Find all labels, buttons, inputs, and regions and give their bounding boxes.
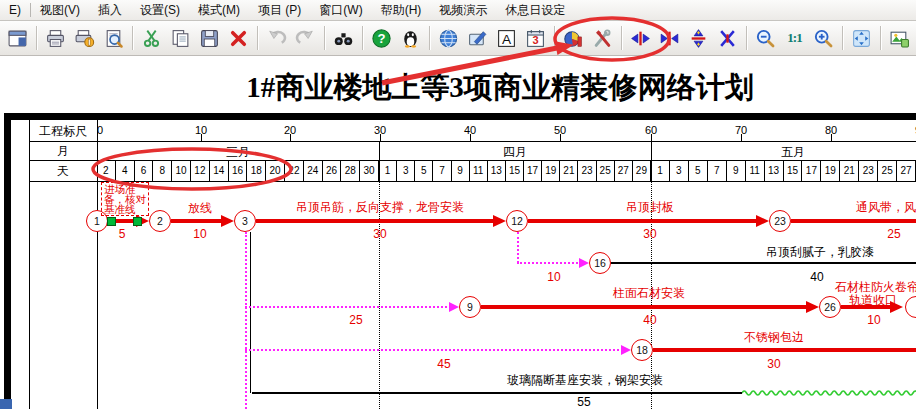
dummy-arrow[interactable] <box>245 306 451 308</box>
dummy-arrowhead <box>579 258 589 268</box>
text-label-icon[interactable]: A <box>493 25 520 52</box>
progress-mark <box>133 217 142 226</box>
activity-label: 柱面石材安装 <box>613 285 685 302</box>
dummy-arrow[interactable] <box>245 349 623 351</box>
scroll-corner <box>0 399 12 409</box>
hspace-compress-icon[interactable] <box>656 25 683 52</box>
cut-icon[interactable] <box>138 25 165 52</box>
toolbar-separator <box>746 26 747 50</box>
activity-line[interactable] <box>611 262 916 264</box>
menu-item[interactable]: 视图(V) <box>31 0 89 20</box>
calendar-icon[interactable]: 3 <box>522 25 549 52</box>
save-icon[interactable] <box>196 25 223 52</box>
network-diagram: 2545105放线10吊顶吊筋，反向支撑，龙骨安装30吊顶封板30通风带，风25… <box>0 0 916 409</box>
activity-line[interactable] <box>252 392 742 394</box>
fit-window-icon[interactable] <box>848 25 875 52</box>
duration-label: 10 <box>193 227 206 241</box>
toolbar-separator <box>324 26 325 50</box>
event-node[interactable] <box>905 296 916 318</box>
event-node[interactable]: 2 <box>149 210 171 232</box>
activity-arrow[interactable] <box>791 219 916 223</box>
toolbar-separator <box>429 26 430 50</box>
activity-arrowhead <box>493 215 506 227</box>
toolbar-separator <box>362 26 363 50</box>
duration-label: 55 <box>577 395 590 409</box>
open-file-icon[interactable] <box>4 25 31 52</box>
duration-label: 40 <box>810 270 823 284</box>
hspace-expand-icon[interactable] <box>627 25 654 52</box>
print-preview-icon[interactable] <box>100 25 127 52</box>
vspace-expand-icon[interactable] <box>685 25 712 52</box>
zoom-out-icon[interactable] <box>752 25 779 52</box>
activity-label-line: 基准线 <box>104 204 146 214</box>
duration-label: 30 <box>643 227 656 241</box>
copy-icon[interactable] <box>167 25 194 52</box>
export-image-icon[interactable] <box>886 25 913 52</box>
activity-arrow[interactable] <box>528 219 760 223</box>
toolbar-separator <box>257 26 258 50</box>
application-window: E)视图(V)插入设置(S)模式(M)项目 (P)窗口(W)帮助(H)视频演示休… <box>0 0 916 409</box>
activity-arrow[interactable] <box>653 348 916 352</box>
duration-label: 30 <box>767 357 780 371</box>
activity-label: 玻璃隔断基座安装，钢架安装 <box>507 372 663 389</box>
help-icon[interactable]: ? <box>368 25 395 52</box>
edit-note-icon[interactable] <box>464 25 491 52</box>
website-icon[interactable] <box>435 25 462 52</box>
activity-label: 通风带，风 <box>856 199 916 216</box>
dummy-arrow[interactable] <box>517 262 581 264</box>
event-node[interactable]: 16 <box>589 252 611 274</box>
menu-item[interactable]: 帮助(H) <box>372 0 431 20</box>
activity-label-box: 进场准备，核对基准线 <box>101 182 149 216</box>
event-node[interactable]: 26 <box>819 296 841 318</box>
activity-arrow[interactable] <box>481 305 810 309</box>
menu-item[interactable]: 休息日设定 <box>496 0 574 20</box>
menu-item[interactable]: 窗口(W) <box>310 0 371 20</box>
event-node[interactable]: 12 <box>506 210 528 232</box>
find-icon[interactable] <box>330 25 357 52</box>
event-node[interactable]: 23 <box>769 210 791 232</box>
delete-icon[interactable] <box>225 25 252 52</box>
menu-item[interactable]: E) <box>0 0 30 20</box>
activity-label: 吊顶封板 <box>626 199 674 216</box>
activity-arrow[interactable] <box>256 219 497 223</box>
redo-icon[interactable] <box>292 25 319 52</box>
progress-mark <box>107 217 116 226</box>
zoom-in-icon[interactable] <box>810 25 837 52</box>
duration-label: 30 <box>373 227 386 241</box>
undo-icon[interactable] <box>263 25 290 52</box>
event-node[interactable]: 18 <box>631 339 653 361</box>
menu-item[interactable]: 模式(M) <box>189 0 249 20</box>
print-icon[interactable] <box>42 25 69 52</box>
vspace-compress-icon[interactable] <box>714 25 741 52</box>
activity-label: 放线 <box>188 200 212 217</box>
menu-item[interactable]: 设置(S) <box>131 0 189 20</box>
duration-label: 45 <box>437 357 450 371</box>
qq-contact-icon[interactable] <box>397 25 424 52</box>
event-node[interactable]: 9 <box>459 296 481 318</box>
menu-item[interactable]: 插入 <box>89 0 131 20</box>
activity-label: 吊顶刮腻子，乳胶漆 <box>766 244 874 261</box>
svg-text:3: 3 <box>532 34 538 46</box>
toolbar-separator <box>36 26 37 50</box>
free-float-wave <box>742 389 916 397</box>
activity-arrowhead <box>806 301 819 313</box>
statistics-chart-icon[interactable] <box>560 25 587 52</box>
svg-text:?: ? <box>377 31 385 46</box>
duration-label: 5 <box>119 227 126 241</box>
toolbar-separator <box>554 26 555 50</box>
toolbar-separator <box>842 26 843 50</box>
plan-title: 1#商业楼地上等3项商业精装修网络计划 <box>246 68 754 108</box>
activity-arrow[interactable] <box>171 219 225 223</box>
activity-label: 不锈钢包边 <box>744 329 804 346</box>
activity-label: 轨道收口 <box>849 292 897 309</box>
tools-icon[interactable] <box>589 25 616 52</box>
toolbar: ?A31:1打印 <box>0 21 916 56</box>
toolbar-separator <box>880 26 881 50</box>
duration-label: 10 <box>547 270 560 284</box>
menu-item[interactable]: 视频演示 <box>430 0 496 20</box>
menu-item[interactable]: 项目 (P) <box>249 0 310 20</box>
event-node[interactable]: 3 <box>234 210 256 232</box>
zoom-ratio-icon[interactable]: 1:1 <box>781 25 808 52</box>
print-setup-icon[interactable] <box>71 25 98 52</box>
duration-label: 25 <box>349 313 362 327</box>
